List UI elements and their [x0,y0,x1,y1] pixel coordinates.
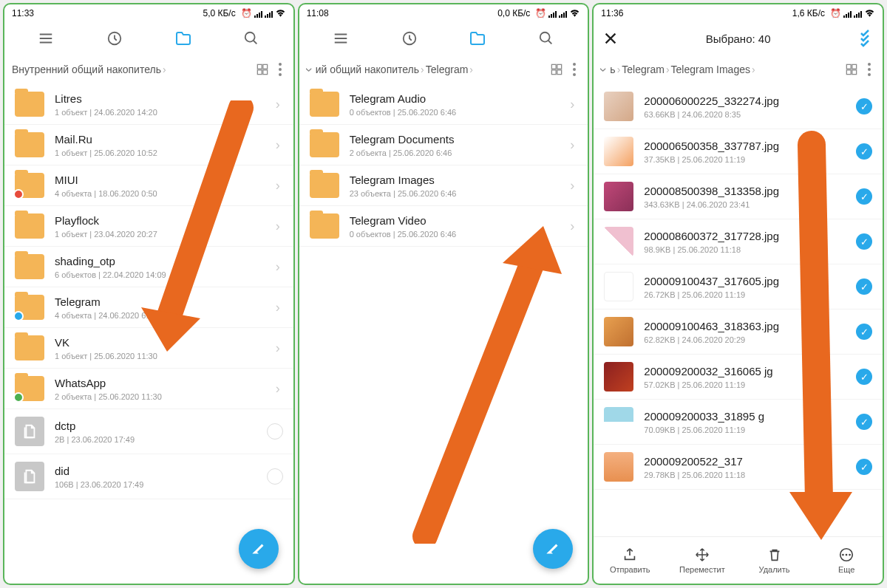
list-item[interactable]: Telegram Audio0 объектов | 25.06.2020 6:… [299,84,588,125]
search-icon[interactable] [537,29,556,48]
item-meta: 4 объекта | 24.06.2020 6:50 [55,311,273,320]
checkbox[interactable] [267,423,283,440]
more-button[interactable]: Еще [810,537,883,584]
recent-icon[interactable] [400,29,419,48]
checkbox-checked[interactable]: ✓ [856,369,872,385]
svg-rect-14 [846,70,851,75]
list-item[interactable]: 200009200522_31729.78KB | 25.06.2020 11:… [594,445,883,490]
list-item[interactable]: 200006500358_337787.jpg37.35KB | 25.06.2… [594,129,883,174]
select-all-icon[interactable] [856,29,875,48]
alarm-icon: ⏰ [830,8,841,18]
back-icon[interactable]: › [301,67,316,72]
checkbox-checked[interactable]: ✓ [856,188,872,205]
breadcrumb[interactable]: › ь›Telegram›Telegram Images› [594,55,883,84]
list-item[interactable]: 200009100437_317605.jpg26.72KB | 25.06.2… [594,264,883,310]
item-name: shading_otp [55,255,273,267]
list-item[interactable]: MIUI4 объекта | 18.06.2020 0:50› [4,165,293,206]
item-name: dctp [55,420,267,432]
list-item[interactable]: Telegram Images23 объекта | 25.06.2020 6… [299,165,588,206]
item-name: 200009200032_316065 jg [644,365,856,377]
list-item[interactable]: did106B | 23.06.2020 17:49 [4,454,293,499]
document-icon [15,417,44,446]
list-item[interactable]: 200009100463_318363.jpg62.82KB | 24.06.2… [594,310,883,355]
item-meta: 6 объектов | 22.04.2020 14:09 [55,270,273,279]
clean-fab[interactable] [533,529,573,569]
list-item[interactable]: Litres1 объект | 24.06.2020 14:20› [4,84,293,125]
checkbox-checked[interactable]: ✓ [856,414,872,430]
wifi-icon [864,8,875,19]
list-item[interactable]: Mail.Ru1 объект | 25.06.2020 10:52› [4,125,293,165]
status-bar: 11:36 1,6 КБ/с ⏰ [594,4,883,22]
folder-tab-icon[interactable] [174,29,193,48]
list-item[interactable]: 200006000225_332274.jpg63.66KB | 24.06.2… [594,84,883,129]
file-list[interactable]: Litres1 объект | 24.06.2020 14:20›Mail.R… [4,84,293,584]
more-icon[interactable] [568,62,580,77]
image-thumbnail [604,272,633,301]
list-item[interactable]: 200009200033_31895 g70.09KB | 25.06.2020… [594,400,883,445]
svg-point-19 [849,554,851,556]
list-item[interactable]: VK1 объект | 25.06.2020 11:30› [4,328,293,369]
file-list[interactable]: 200006000225_332274.jpg63.66KB | 24.06.2… [594,84,883,536]
menu-icon[interactable] [36,29,55,48]
image-thumbnail [604,227,633,256]
svg-point-7 [540,33,550,42]
checkbox-checked[interactable]: ✓ [856,459,872,475]
item-name: MIUI [55,174,273,186]
file-list[interactable]: Telegram Audio0 объектов | 25.06.2020 6:… [299,84,588,584]
item-meta: 98.9KB | 25.06.2020 11:18 [644,245,856,254]
clean-fab[interactable] [239,529,279,569]
list-item[interactable]: WhatsApp2 объекта | 25.06.2020 11:30› [4,369,293,409]
list-item[interactable]: Playflock1 объект | 23.04.2020 20:27› [4,206,293,247]
checkbox-checked[interactable]: ✓ [856,324,872,340]
grid-view-icon[interactable] [844,62,859,77]
menu-icon[interactable] [331,29,350,48]
list-item[interactable]: Telegram Documents2 объекта | 25.06.2020… [299,125,588,165]
move-button[interactable]: Переместит [666,537,738,584]
breadcrumb[interactable]: Внутренний общий накопитель › [4,55,293,84]
breadcrumb-text: Внутренний общий накопитель [12,64,161,75]
list-item[interactable]: shading_otp6 объектов | 22.04.2020 14:09… [4,247,293,287]
list-item[interactable]: Telegram Video0 объектов | 25.06.2020 6:… [299,206,588,247]
grid-view-icon[interactable] [549,62,564,77]
delete-button[interactable]: Удалить [738,537,811,584]
list-item[interactable]: 200008600372_317728.jpg98.9KB | 25.06.20… [594,219,883,264]
folder-tab-icon[interactable] [468,29,487,48]
send-button[interactable]: Отправить [594,537,666,584]
close-icon[interactable] [601,29,620,48]
signal-icon [254,10,262,18]
folder-icon [310,213,339,239]
svg-rect-2 [257,64,262,69]
more-icon[interactable] [274,62,286,77]
checkbox-checked[interactable]: ✓ [856,233,872,250]
list-item[interactable]: 200008500398_313358.jpg343.63KB | 24.06.… [594,174,883,219]
more-icon[interactable] [863,62,875,77]
search-icon[interactable] [242,29,261,48]
checkbox-checked[interactable]: ✓ [856,98,872,114]
recent-icon[interactable] [105,29,124,48]
chevron-right-icon: › [273,341,283,356]
breadcrumb[interactable]: › ий общий накопитель›Telegram› [299,55,588,84]
item-meta: 4 объекта | 18.06.2020 0:50 [55,189,273,198]
checkbox-checked[interactable]: ✓ [856,278,872,295]
list-item[interactable]: Telegram4 объекта | 24.06.2020 6:50› [4,287,293,328]
item-name: Litres [55,92,273,105]
folder-icon [15,132,44,157]
back-icon[interactable]: › [596,67,611,72]
top-toolbar [4,22,293,55]
item-name: Telegram Documents [350,133,568,146]
item-name: Telegram Audio [350,92,568,105]
checkbox[interactable] [267,468,283,485]
chevron-right-icon: › [273,137,283,153]
list-item[interactable]: 200009200032_316065 jg57.02KB | 25.06.20… [594,355,883,400]
breadcrumb-text: ий общий накопитель [316,64,419,75]
item-name: 200009200033_31895 g [644,410,856,423]
item-meta: 70.09KB | 25.06.2020 11:19 [644,425,856,434]
svg-rect-3 [263,64,268,69]
item-name: 200008600372_317728.jpg [644,230,856,242]
folder-icon [15,376,44,401]
checkbox-checked[interactable]: ✓ [856,143,872,160]
chevron-right-icon: › [273,381,283,397]
folder-icon [15,92,44,117]
grid-view-icon[interactable] [255,62,270,77]
list-item[interactable]: dctp2B | 23.06.2020 17:49 [4,409,293,454]
